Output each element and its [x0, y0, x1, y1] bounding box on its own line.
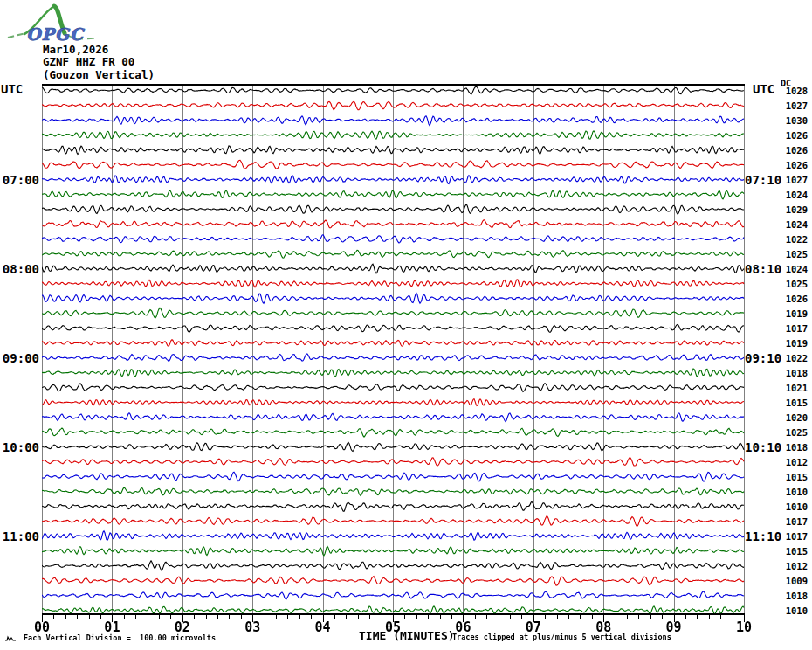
x-tick-minor	[720, 615, 721, 619]
x-tick-minor	[77, 615, 78, 619]
dc-value: 1018	[780, 368, 808, 378]
x-axis-title: TIME (MINUTES)	[359, 629, 455, 642]
dc-value: 1018	[780, 591, 808, 601]
left-hour-label: 09:00	[0, 351, 39, 365]
dc-value: 1025	[780, 249, 808, 259]
logo-text: OPGC	[26, 24, 86, 44]
clipping-note: Traces clipped at plus/minus 5 vertical …	[452, 633, 671, 641]
x-tick-minor	[428, 615, 429, 619]
x-tick-minor	[217, 615, 218, 619]
dc-value: 1019	[780, 338, 808, 349]
x-tick-minor	[89, 615, 90, 619]
dc-value: 1019	[780, 308, 808, 319]
trace-canvas	[42, 84, 745, 615]
right-hour-label: 10:10	[745, 440, 781, 454]
header-station: GZNF HHZ FR 00	[43, 56, 134, 67]
scale-mark-icon	[5, 635, 17, 642]
dc-value: 1026	[780, 145, 808, 156]
x-tick-minor	[499, 615, 499, 619]
helicorder-page: OPGC Mar10,2026 GZNF HHZ FR 00 (Gouzon V…	[0, 0, 812, 650]
dc-value: 1027	[780, 175, 808, 185]
dc-value: 1022	[780, 234, 808, 245]
dc-value: 1028	[780, 86, 808, 96]
dc-value: 1010	[780, 605, 808, 616]
dc-value: 1017	[780, 323, 808, 334]
header-date: Mar10,2026	[43, 44, 108, 55]
dc-value: 1027	[780, 100, 808, 111]
right-hour-label: 07:10	[745, 173, 781, 187]
x-tick-minor	[580, 615, 581, 619]
right-hour-label: 09:10	[745, 351, 781, 365]
dc-value: 1025	[780, 427, 808, 438]
x-tick-minor	[299, 615, 300, 619]
opgc-logo: OPGC	[5, 2, 110, 47]
dc-value: 1021	[780, 383, 808, 393]
dc-value: 1026	[780, 294, 808, 304]
x-tick-minor	[276, 615, 277, 619]
x-tick-minor	[287, 615, 288, 619]
dc-value: 1024	[780, 219, 808, 230]
x-tick-label: 03	[237, 619, 267, 635]
x-tick-minor	[206, 615, 207, 619]
dc-value: 1024	[780, 264, 808, 274]
dc-value: 1018	[780, 442, 808, 453]
x-tick-minor	[65, 615, 66, 619]
x-tick-minor	[416, 615, 417, 619]
x-tick-label: 10	[729, 619, 759, 635]
x-tick-minor	[568, 615, 569, 619]
x-tick-minor	[229, 615, 230, 619]
x-tick-minor	[369, 615, 370, 619]
x-tick-minor	[148, 615, 148, 619]
dc-value: 1015	[780, 398, 808, 408]
x-tick-minor	[697, 615, 698, 619]
x-tick-minor	[510, 615, 511, 619]
right-hour-label: 08:10	[745, 262, 781, 276]
x-tick-minor	[627, 615, 628, 619]
x-tick-minor	[638, 615, 639, 619]
dc-value: 1010	[780, 487, 808, 497]
plot-area	[42, 84, 745, 615]
dc-value: 1015	[780, 546, 808, 557]
dc-value: 1026	[780, 130, 808, 141]
dc-value: 1009	[780, 576, 808, 586]
dc-value: 1022	[780, 353, 808, 363]
x-tick-minor	[709, 615, 710, 619]
dc-value: 1012	[780, 457, 808, 467]
dc-value: 1012	[780, 561, 808, 571]
x-tick-minor	[650, 615, 651, 619]
dc-value: 1029	[780, 204, 808, 215]
left-hour-label: 08:00	[0, 262, 39, 276]
x-tick-minor	[440, 615, 441, 619]
dc-value: 1010	[780, 501, 808, 512]
dc-value: 1015	[780, 472, 808, 482]
utc-label-left: UTC	[1, 82, 23, 96]
utc-label-right: UTC	[753, 82, 774, 96]
x-tick-label: 04	[308, 619, 338, 635]
dc-value: 1026	[780, 160, 808, 170]
x-tick-minor	[159, 615, 160, 619]
dc-value: 1024	[780, 190, 808, 200]
dc-value: 1020	[780, 412, 808, 423]
x-tick-minor	[557, 615, 558, 619]
dc-value: 1025	[780, 279, 808, 289]
x-tick-minor	[135, 615, 136, 619]
x-tick-minor	[486, 615, 487, 619]
right-hour-label: 11:10	[745, 529, 781, 543]
vertical-division-note: Each Vertical Division = 100.00 microvol…	[24, 633, 216, 642]
left-hour-label: 10:00	[0, 440, 39, 454]
dc-value: 1030	[780, 115, 808, 126]
header-channel-description: (Gouzon Vertical)	[43, 69, 155, 80]
left-hour-label: 11:00	[0, 529, 39, 543]
dc-value: 1017	[780, 531, 808, 542]
left-hour-label: 07:00	[0, 173, 39, 187]
dc-value: 1017	[780, 516, 808, 527]
x-tick-minor	[346, 615, 347, 619]
x-tick-minor	[358, 615, 359, 619]
